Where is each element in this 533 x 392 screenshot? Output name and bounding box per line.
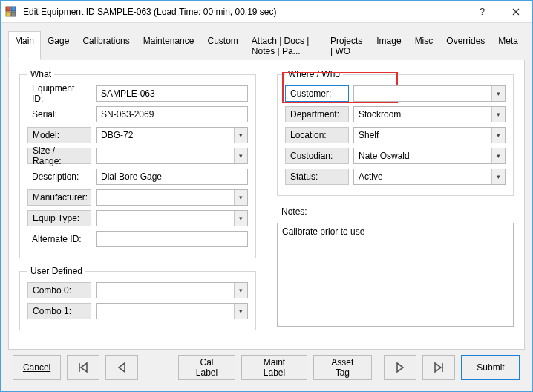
group-what-legend: What [27, 69, 54, 79]
tab-custom[interactable]: Custom [200, 31, 244, 60]
label-customer[interactable]: Customer: [285, 85, 349, 102]
label-notes: Notes: [277, 203, 312, 220]
cancel-button[interactable]: Cancel [13, 355, 61, 380]
group-user-defined: User Defined Combo 0: ▾ Combo 1: [19, 266, 256, 330]
group-where-legend: Where / Who [285, 69, 343, 79]
first-record-button[interactable] [67, 355, 99, 380]
left-column: What Equipment ID: Serial: Model: [19, 69, 256, 342]
label-size-range[interactable]: Size / Range: [27, 148, 91, 164]
label-custodian[interactable]: Custodian: [285, 148, 349, 164]
chevron-down-icon[interactable]: ▾ [234, 211, 247, 226]
label-status[interactable]: Status: [285, 169, 349, 185]
department-combo[interactable] [353, 106, 506, 122]
tab-calibrations[interactable]: Calibrations [76, 31, 136, 60]
equip-type-combo[interactable] [96, 210, 248, 226]
chevron-down-icon[interactable]: ▾ [491, 86, 505, 101]
equipment-id-field[interactable] [96, 85, 248, 102]
status-combo[interactable] [353, 169, 506, 185]
footer: Cancel Cal Label Maint Label Asset Tag S… [8, 350, 525, 385]
svg-rect-2 [6, 12, 10, 16]
label-location[interactable]: Location: [285, 127, 349, 143]
label-equipment-id: Equipment ID: [27, 85, 91, 102]
label-combo0[interactable]: Combo 0: [27, 282, 91, 298]
customer-combo[interactable] [353, 85, 506, 102]
chevron-down-icon[interactable]: ▾ [234, 304, 247, 318]
tab-panel-main: What Equipment ID: Serial: Model: [8, 60, 525, 350]
client-area: Main Gage Calibrations Maintenance Custo… [1, 23, 532, 391]
tab-attach[interactable]: Attach | Docs | Notes | Pa... [245, 31, 324, 60]
prev-record-button[interactable] [105, 355, 138, 380]
svg-rect-0 [6, 7, 10, 11]
serial-field[interactable] [96, 106, 248, 122]
label-alternate-id: Alternate ID: [27, 231, 91, 247]
chevron-down-icon[interactable]: ▾ [491, 169, 505, 184]
tab-projects[interactable]: Projects | WO [324, 31, 370, 60]
tab-main[interactable]: Main [8, 31, 41, 60]
app-icon [5, 6, 17, 18]
location-combo[interactable] [353, 127, 506, 143]
titlebar: Edit Equipment ID SAMPLE-063 (Load Time:… [1, 1, 532, 23]
tab-gage[interactable]: Gage [41, 31, 76, 60]
next-record-button[interactable] [384, 355, 416, 380]
svg-rect-1 [11, 7, 16, 11]
tab-maintenance[interactable]: Maintenance [137, 31, 201, 60]
group-what: What Equipment ID: Serial: Model: [19, 69, 256, 258]
maint-label-button[interactable]: Maint Label [241, 355, 307, 380]
tab-overrides[interactable]: Overrides [439, 31, 491, 60]
chevron-down-icon[interactable]: ▾ [234, 283, 247, 298]
label-department[interactable]: Department: [285, 106, 349, 122]
group-where-who: Where / Who Customer: ▾ Department: [277, 69, 514, 196]
help-button[interactable]: ? [465, 1, 499, 23]
chevron-down-icon[interactable]: ▾ [234, 128, 247, 143]
window-title: Edit Equipment ID SAMPLE-063 (Load Time:… [22, 7, 465, 17]
manufacturer-combo[interactable] [96, 189, 248, 206]
combo1-field[interactable] [96, 303, 248, 319]
tab-meta[interactable]: Meta [491, 31, 525, 60]
label-description: Description: [27, 169, 91, 185]
submit-button[interactable]: Submit [461, 355, 520, 380]
group-user-defined-legend: User Defined [27, 266, 85, 276]
label-serial: Serial: [27, 106, 91, 122]
custodian-combo[interactable] [353, 148, 506, 164]
close-button[interactable] [499, 1, 532, 23]
last-record-button[interactable] [422, 355, 455, 380]
label-combo1[interactable]: Combo 1: [27, 303, 91, 319]
model-combo[interactable] [96, 127, 248, 143]
right-column: Where / Who Customer: ▾ Department: [277, 69, 514, 342]
chevron-down-icon[interactable]: ▾ [491, 107, 505, 122]
chevron-down-icon[interactable]: ▾ [491, 128, 505, 143]
chevron-down-icon[interactable]: ▾ [491, 148, 505, 163]
size-range-combo[interactable] [96, 148, 248, 164]
chevron-down-icon[interactable]: ▾ [234, 190, 247, 205]
tab-strip: Main Gage Calibrations Maintenance Custo… [8, 30, 525, 60]
asset-tag-button[interactable]: Asset Tag [313, 355, 372, 380]
combo0-field[interactable] [96, 282, 248, 298]
description-field[interactable] [96, 169, 248, 185]
svg-rect-3 [11, 12, 16, 16]
window: Edit Equipment ID SAMPLE-063 (Load Time:… [0, 0, 533, 392]
label-model[interactable]: Model: [27, 127, 91, 143]
cal-label-button[interactable]: Cal Label [178, 355, 236, 380]
tab-image[interactable]: Image [370, 31, 408, 60]
tab-misc[interactable]: Misc [408, 31, 440, 60]
chevron-down-icon[interactable]: ▾ [234, 148, 247, 163]
label-manufacturer[interactable]: Manufacturer: [27, 189, 91, 206]
label-equip-type[interactable]: Equip Type: [27, 210, 91, 226]
alternate-id-field[interactable] [96, 231, 248, 247]
notes-field[interactable] [277, 223, 514, 327]
